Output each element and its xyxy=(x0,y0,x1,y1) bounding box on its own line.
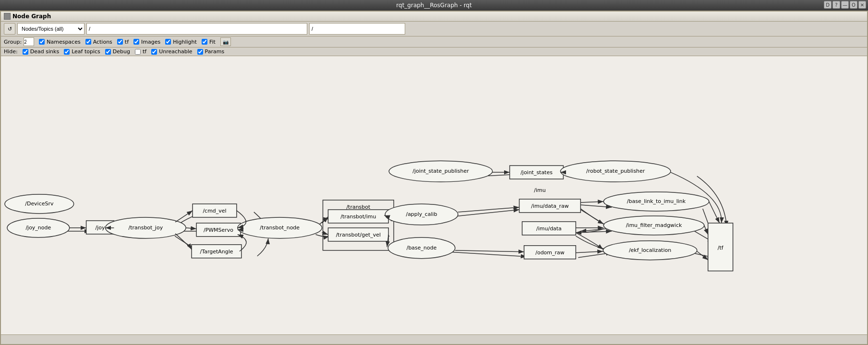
label-imu-data-raw: /imu/data_raw xyxy=(531,203,568,209)
group-spinner[interactable] xyxy=(24,37,34,46)
label-transbot-joy: /transbot_joy xyxy=(129,225,163,231)
maximize-button[interactable]: O xyxy=(850,1,857,9)
label-transbot-imu: /transbot/imu xyxy=(340,214,376,220)
label-imu-data: /imu/data xyxy=(536,226,562,232)
view-mode-select[interactable]: Nodes/Topics (all) Nodes only Topics onl… xyxy=(17,23,84,35)
namespaces-checkbox[interactable] xyxy=(39,39,45,45)
actions-option: Actions xyxy=(85,39,112,45)
actions-checkbox[interactable] xyxy=(85,39,91,45)
close-button[interactable]: ✕ xyxy=(858,1,866,9)
dead-sinks-option: Dead sinks xyxy=(23,48,59,55)
edge-tbj-ta xyxy=(175,234,192,250)
screenshot-button[interactable]: 📷 xyxy=(220,37,231,46)
label-joy: /joy xyxy=(96,225,105,231)
highlight-checkbox[interactable] xyxy=(165,39,171,45)
highlight-label[interactable]: Highlight xyxy=(173,39,197,45)
group-text: Group: xyxy=(4,39,22,45)
edge-basenode-odomraw xyxy=(446,252,527,257)
label-joint-states: /joint_states xyxy=(520,169,553,176)
edge-blimu-tf xyxy=(709,202,720,223)
leaf-topics-option: Leaf topics xyxy=(64,48,100,55)
tf-label-row2[interactable]: tf xyxy=(143,48,146,55)
plugin-titlebar: Node Graph xyxy=(1,12,867,22)
titlebar: rqt_graph__RosGraph - rqt D ? — O ✕ xyxy=(0,0,868,11)
graph-canvas[interactable]: /DeviceSrv /joy_node /joy /transbot_joy … xyxy=(1,56,867,334)
unreachable-label[interactable]: Unreachable xyxy=(159,48,192,55)
edge-tbj-pwm xyxy=(186,228,196,229)
tf-label-row1[interactable]: tf xyxy=(125,39,129,45)
edge-applycalib-imudataraw xyxy=(450,210,519,217)
label-odom-raw: /odom_raw xyxy=(535,250,564,256)
minimize-button[interactable]: — xyxy=(841,1,849,9)
tf-option-row1: tf xyxy=(117,39,129,45)
edge-odom-ekf xyxy=(576,251,603,253)
label-transbot-get-vel: /transbot/get_vel xyxy=(336,232,381,238)
plugin-icon xyxy=(4,13,11,20)
label-pwmservo: /PWMServo xyxy=(204,227,233,233)
graph-svg: /DeviceSrv /joy_node /joy /transbot_joy … xyxy=(1,56,867,334)
label-joy-node: /joy_node xyxy=(25,225,51,231)
group-label: Group: xyxy=(4,37,34,46)
window-title: rqt_graph__RosGraph - rqt xyxy=(396,2,471,9)
params-option: Params xyxy=(197,48,225,55)
toolbar: ↺ Nodes/Topics (all) Nodes only Topics o… xyxy=(1,22,867,36)
leaf-topics-checkbox[interactable] xyxy=(64,49,70,55)
debug-checkbox[interactable] xyxy=(105,49,111,55)
plugin-title: Node Graph xyxy=(12,13,51,20)
refresh-button[interactable]: ↺ xyxy=(4,23,15,35)
refresh-icon: ↺ xyxy=(8,26,12,32)
edge-idata-ekf xyxy=(576,233,603,250)
fit-label[interactable]: Fit xyxy=(209,39,216,45)
help-button[interactable]: D xyxy=(824,1,832,9)
label-apply-calib: /apply_calib xyxy=(406,211,437,217)
statusbar xyxy=(1,334,867,344)
label-base-node: /base_node xyxy=(407,245,437,251)
unreachable-option: Unreachable xyxy=(151,48,192,55)
dead-sinks-label[interactable]: Dead sinks xyxy=(30,48,59,55)
fit-option: Fit xyxy=(202,39,216,45)
edge-ekf-tf2 xyxy=(697,251,708,260)
edge-bn-odomraw xyxy=(455,250,524,252)
label-devicesrv: /DeviceSrv xyxy=(25,201,54,207)
images-label[interactable]: Images xyxy=(141,39,160,45)
label-ekf: /ekf_localization xyxy=(629,247,671,253)
edge-idataraw-blimu xyxy=(580,202,603,202)
edge-filter-tf2 xyxy=(704,226,708,235)
images-option: Images xyxy=(133,39,160,45)
options-row2: Hide: Dead sinks Leaf topics Debug tf Un… xyxy=(1,48,867,56)
params-checkbox[interactable] xyxy=(197,49,203,55)
hide-label: Hide: xyxy=(4,48,18,55)
label-imu-group: /imu xyxy=(534,187,545,193)
filter-input[interactable] xyxy=(86,23,307,35)
unreachable-checkbox[interactable] xyxy=(151,49,157,55)
edge-target-transbot-node xyxy=(257,238,268,256)
label-transbot-node: /transbot_node xyxy=(260,225,300,231)
tf-checkbox-row1[interactable] xyxy=(117,39,123,45)
highlight-input[interactable] xyxy=(309,23,405,35)
namespaces-label[interactable]: Namespaces xyxy=(47,39,80,45)
params-label[interactable]: Params xyxy=(205,48,225,55)
edge-transbot-node-getvel xyxy=(316,235,329,237)
dead-sinks-checkbox[interactable] xyxy=(23,49,28,55)
label-tf: /tf xyxy=(718,245,724,251)
label-joint-state-pub: /joint_state_publisher xyxy=(412,168,469,174)
leaf-topics-label[interactable]: Leaf topics xyxy=(72,48,100,55)
actions-label[interactable]: Actions xyxy=(93,39,112,45)
highlight-option: Highlight xyxy=(165,39,197,45)
debug-option: Debug xyxy=(105,48,130,55)
info-button[interactable]: ? xyxy=(832,1,840,9)
label-imu-filter: /imu_filter_madgwick xyxy=(626,222,682,228)
label-base-link-imu: /base_link_to_imu_link xyxy=(627,198,686,204)
edge-ac-idataraw xyxy=(458,207,519,212)
label-robot-state-pub: /robot_state_publisher xyxy=(586,168,645,174)
label-cmd-vel: /cmd_vel xyxy=(203,208,226,214)
debug-label[interactable]: Debug xyxy=(113,48,130,55)
main-window: Node Graph ↺ Nodes/Topics (all) Nodes on… xyxy=(0,11,868,345)
tf-checkbox-row2[interactable] xyxy=(135,49,141,55)
label-transbot-group: /transbot xyxy=(346,204,371,210)
namespaces-option: Namespaces xyxy=(39,39,80,45)
fit-checkbox[interactable] xyxy=(202,39,207,45)
tf-option-row2: tf xyxy=(135,48,146,55)
label-targetangle: /TargetAngle xyxy=(200,249,233,255)
images-checkbox[interactable] xyxy=(133,39,139,45)
